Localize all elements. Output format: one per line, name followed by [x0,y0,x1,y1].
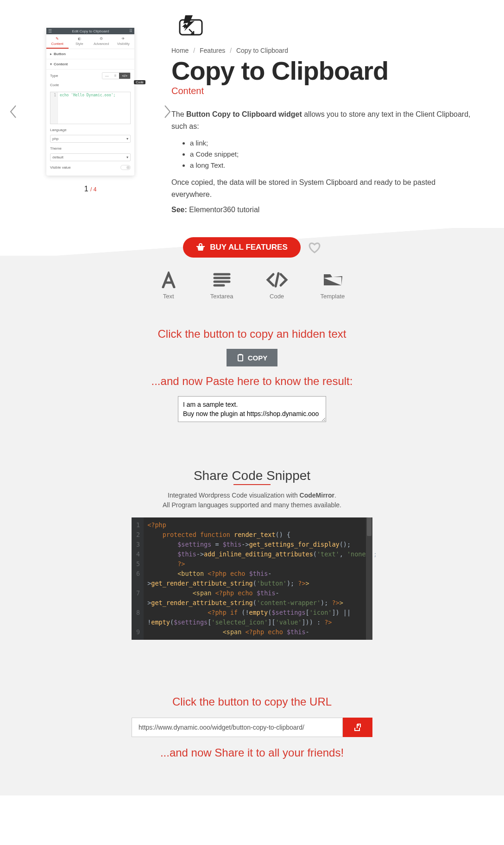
type-textarea[interactable]: Textarea [210,271,233,300]
type-toggle: — ≡ </> [102,72,131,79]
url-copy-heading: Click the button to copy the URL [0,695,504,708]
snippet-title: Share Code Snippet [194,468,310,483]
copy-button[interactable]: COPY [227,349,278,366]
bullet-text: a long Text. [190,160,476,171]
breadcrumb: Home / Features / Copy to Clipboard [171,47,476,54]
tab-advanced: ⚙Advanced [90,34,113,49]
language-select: php▾ [50,135,131,143]
label-language: Language [50,128,67,132]
tab-content: ✎Content [46,34,69,49]
tab-visibility: 👁Visibility [113,34,135,49]
section-content: ▾Content [46,59,134,69]
folder-icon [322,271,343,288]
snippet-subtitle: Integrated Wordpress Code visualization … [0,491,504,510]
see-line: See: Elementor360 tutorial [171,206,476,214]
share-icon [353,723,362,731]
feature-bullets: a link; a Code snippet; a long Text. [171,138,476,171]
favorite-button[interactable] [308,241,321,253]
buy-all-features-button[interactable]: BUY ALL FEATURES [183,237,301,258]
code-snippet-block: 123456 7 8 9 <?php protected function re… [132,517,372,640]
textarea-icon [213,271,231,288]
clipboard-icon [237,353,244,362]
breadcrumb-current: Copy to Clipboard [236,47,288,54]
grid-icon: ⠿ [129,29,132,33]
paste-heading: ...and now Paste here to know the result… [0,375,504,388]
panel-title: Edit Copy to Clipboard [72,29,109,33]
label-code: Code [50,83,59,87]
label-theme: Theme [50,146,62,151]
bullet-link: a link; [190,138,476,149]
basket-icon [196,243,205,252]
code-scrollbar[interactable] [366,517,372,640]
carousel-next-arrow[interactable] [163,105,171,119]
tooltip-code: Code [134,80,145,84]
tab-style: ◐Style [69,34,91,49]
text-icon [159,271,178,288]
share-button[interactable] [343,718,372,737]
widget-logo [171,12,476,38]
type-text[interactable]: Text [159,271,178,300]
buy-label: BUY ALL FEATURES [210,243,288,252]
copy-label: COPY [248,354,268,362]
carousel-prev-arrow[interactable] [9,105,18,119]
outro-paragraph: Once copied, the data will be stored in … [171,177,476,200]
page-title: Copy to Clipboard [171,58,476,84]
label-type: Type [50,74,58,78]
tutorial-link[interactable]: Elementor360 tutorial [189,206,259,214]
bullet-code: a Code snippet; [190,149,476,160]
svg-rect-2 [238,355,243,361]
elementor-panel-screenshot: ☰ Edit Copy to Clipboard ⠿ ✎Content ◐Sty… [46,28,134,176]
visible-toggle [120,165,131,170]
section-button: ▸Button [46,49,134,59]
breadcrumb-features[interactable]: Features [200,47,225,54]
code-editor: 1 echo 'Hello Dynamic.ooo'; [50,92,131,124]
menu-icon: ☰ [48,29,52,33]
url-input[interactable] [132,718,343,737]
svg-rect-3 [239,354,242,355]
url-share-heading: ...and now Share it to all your friends! [0,746,504,759]
theme-select: default▾ [50,153,131,161]
intro-paragraph: The Button Copy to Clipboard widget allo… [171,108,476,132]
copy-heading: Click the button to copy an hidden text [0,328,504,341]
paste-textarea[interactable] [178,396,326,422]
type-template[interactable]: Template [321,271,345,300]
page-subtitle: Content [171,86,476,96]
carousel-pager: 1 / 4 [84,185,97,193]
type-code[interactable]: Code [266,271,288,300]
breadcrumb-home[interactable]: Home [171,47,189,54]
label-visible: Visible value [50,165,71,170]
code-icon [266,271,288,288]
